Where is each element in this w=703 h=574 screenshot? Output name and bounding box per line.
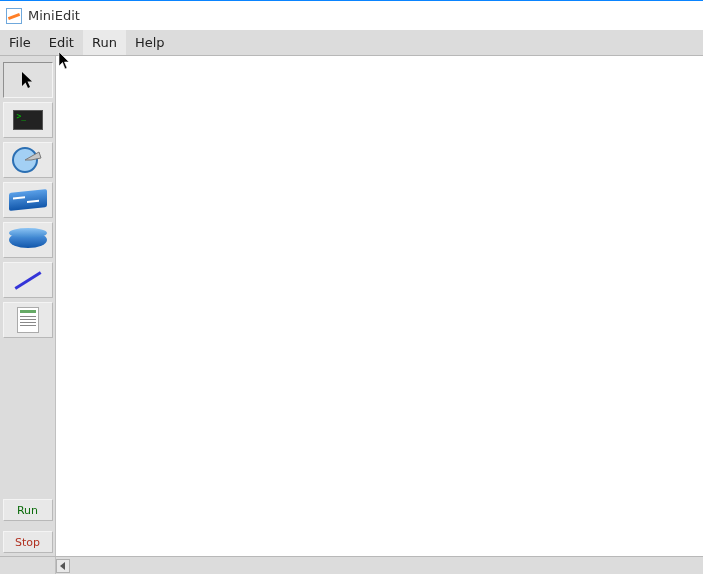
menu-help[interactable]: Help [126,30,174,55]
statusbar [0,556,703,574]
switch-icon [9,189,47,211]
link-tool-button[interactable] [3,262,53,298]
main-area: Run Stop [0,56,703,556]
controller-icon [17,307,39,333]
switch-tool-button[interactable] [3,182,53,218]
statusbar-spacer [0,557,56,574]
menubar: File Edit Run Help [0,30,703,56]
router-icon [9,232,47,248]
menu-file[interactable]: File [0,30,40,55]
select-tool-button[interactable] [3,62,53,98]
cursor-icon [20,70,36,90]
chevron-left-icon [60,562,66,570]
legacy-router-tool-button[interactable] [3,142,53,178]
tool-palette: Run Stop [0,56,56,556]
menu-edit[interactable]: Edit [40,30,83,55]
titlebar: MiniEdit [0,0,703,30]
host-icon [13,110,43,130]
menu-run[interactable]: Run [83,30,126,55]
link-icon [14,271,41,289]
scroll-left-arrow[interactable] [56,559,70,573]
legacy-router-icon [11,146,45,174]
controller-tool-button[interactable] [3,302,53,338]
router-tool-button[interactable] [3,222,53,258]
window-title: MiniEdit [28,8,80,23]
host-tool-button[interactable] [3,102,53,138]
run-button[interactable]: Run [3,499,53,521]
stop-button[interactable]: Stop [3,531,53,553]
app-icon [6,8,22,24]
canvas-area[interactable] [56,56,703,556]
horizontal-scrollbar[interactable] [56,557,703,574]
